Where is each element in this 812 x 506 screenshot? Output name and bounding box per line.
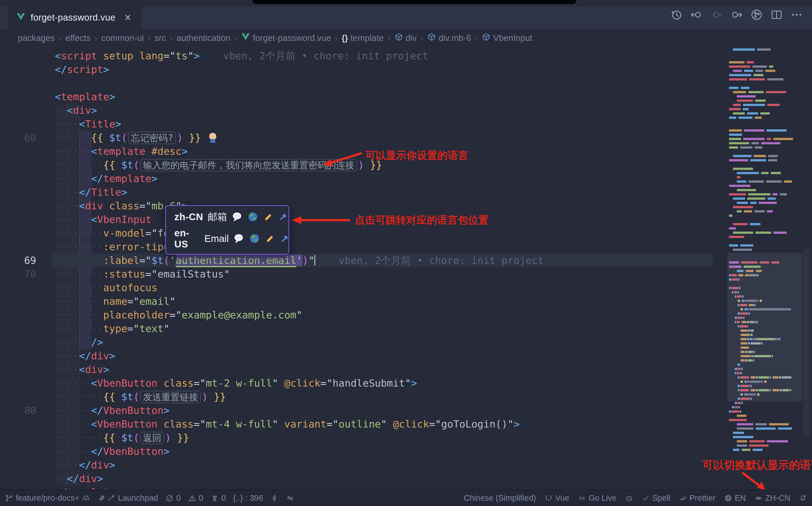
code-line-58[interactable]: ··<div> xyxy=(0,103,727,117)
status-bar: feature/pro-docs+Launchpad000{..} : 396 … xyxy=(0,490,812,506)
minimap[interactable] xyxy=(727,47,802,489)
jump-to-language-pack-icon[interactable]: ↗ xyxy=(281,233,289,244)
locale-label: en-US xyxy=(174,227,200,250)
statusbar-ports[interactable]: 0 xyxy=(211,494,226,503)
code-line-84[interactable]: ····</div> xyxy=(0,458,727,472)
pencil-emoji-icon[interactable] xyxy=(265,233,276,244)
i18n-hover-popup: zh-CN邮箱↗en-USEmail↗ xyxy=(165,205,289,255)
facepalm-emoji xyxy=(207,132,219,143)
statusbar-prettier[interactable]: Prettier xyxy=(679,494,715,503)
code-line-74[interactable]: ········type="text" xyxy=(0,322,727,335)
statusbar-spell[interactable]: Spell xyxy=(642,494,671,503)
vertical-scrollbar[interactable] xyxy=(803,249,810,435)
code-text: ······</VbenButton> xyxy=(55,404,169,417)
code-line-80[interactable]: 80······</VbenButton> xyxy=(0,404,727,417)
speech-balloon-icon[interactable] xyxy=(233,233,244,244)
code-text: ····</div> xyxy=(55,458,115,472)
code-text: ········v-model="for xyxy=(55,226,176,240)
statusbar-git-branch[interactable]: feature/pro-docs+ xyxy=(5,494,90,503)
previous-change-button[interactable] xyxy=(690,8,703,21)
code-text: ········:label="$t('authentication.email… xyxy=(55,254,544,267)
split-editor-button[interactable] xyxy=(770,8,783,21)
code-line-54[interactable]: <script setup lang="ts">vben, 2个月前 • cho… xyxy=(0,49,727,63)
code-line-85[interactable]: ··</div> xyxy=(0,472,727,485)
more-actions-button[interactable] xyxy=(790,8,803,21)
code-line-64[interactable]: ····</Title> xyxy=(0,185,727,199)
code-line-68[interactable]: ········:error-tip=" xyxy=(0,240,727,254)
code-line-61[interactable]: ······<template #desc> xyxy=(0,145,727,158)
code-line-81[interactable]: ······<VbenButton class="mt-4 w-full" va… xyxy=(0,417,727,431)
i18n-inline-hint[interactable]: 发送重置链接 xyxy=(140,391,201,403)
i18n-key-highlight[interactable]: authentication.email xyxy=(176,255,296,267)
code-line-57[interactable]: <template> xyxy=(0,90,727,103)
code-line-62[interactable]: ········{{ $t(输入您的电子邮件，我们将向您发送重置密码的连接) }… xyxy=(0,158,727,172)
code-line-76[interactable]: ····</div> xyxy=(0,349,727,363)
camera-notch xyxy=(252,0,576,4)
current-change-button xyxy=(710,8,723,21)
statusbar-go-live[interactable]: Go Live xyxy=(578,494,616,503)
code-line-73[interactable]: ········placeholder="example@example.com… xyxy=(0,308,727,322)
jump-to-language-pack-icon[interactable]: ↗ xyxy=(279,211,287,223)
code-line-78[interactable]: ······<VbenButton class="mt-2 w-full" @c… xyxy=(0,376,727,390)
git-branch-icon xyxy=(5,494,13,502)
code-line-77[interactable]: ····<div> xyxy=(0,363,727,376)
code-text: ····</div> xyxy=(55,349,115,363)
statusbar-notifications[interactable] xyxy=(799,494,807,502)
globe-emoji-icon[interactable] xyxy=(247,211,259,223)
code-text: <script setup lang="ts">vben, 2个月前 • cho… xyxy=(55,49,428,63)
code-line-71[interactable]: ········autofocus xyxy=(0,281,727,294)
i18n-inline-hint[interactable]: 输入您的电子邮件，我们将向您发送重置密码的连接 xyxy=(140,159,357,171)
code-line-56[interactable] xyxy=(0,76,727,90)
code-text: ······{{ $t(忘记密码?) }} xyxy=(55,131,219,145)
annotation-jump-language-pack: 点击可跳转对应的语言包位置 xyxy=(355,213,489,227)
next-change-button[interactable] xyxy=(730,8,743,21)
code-line-65[interactable]: ····<div class="mb-6"> xyxy=(0,199,727,213)
i18n-inline-hint[interactable]: 忘记密码? xyxy=(128,132,176,144)
code-line-75[interactable]: ······/> xyxy=(0,335,727,349)
statusbar-display-language[interactable]: EN xyxy=(724,494,746,503)
translation-value: 邮箱 xyxy=(208,210,227,224)
code-text: ······</template> xyxy=(55,172,157,185)
code-text: ······</VbenButton> xyxy=(55,444,169,458)
code-line-82[interactable]: ········{{ $t(返回) }} xyxy=(0,431,727,444)
code-line-79[interactable]: ········{{ $t(发送重置链接) }} xyxy=(0,390,727,404)
code-line-72[interactable]: ········name="email" xyxy=(0,294,727,308)
statusbar-vue-language-server[interactable]: Vue xyxy=(544,494,570,503)
code-line-69[interactable]: 69········:label="$t('authentication.ema… xyxy=(0,254,727,267)
code-line-59[interactable]: ····<Title> xyxy=(0,117,727,131)
statusbar-encoding-language[interactable]: Chinese (Simplified) xyxy=(464,494,536,503)
code-text: ······<VbenButton class="mt-4 w-full" va… xyxy=(55,417,520,431)
code-line-67[interactable]: ········v-model="for xyxy=(0,226,727,240)
i18n-inline-hint[interactable]: 返回 xyxy=(140,432,164,444)
statusbar-i18n-preview-locale[interactable]: ZH-CN xyxy=(754,494,790,503)
statusbar-zap[interactable] xyxy=(271,494,279,502)
vscode-window: forget-password.vue × packages›effects›c… xyxy=(0,0,812,506)
code-line-55[interactable]: </script> xyxy=(0,63,727,76)
statusbar-i18n-keys[interactable]: {..} : 396 xyxy=(233,494,263,503)
launch-icon xyxy=(107,494,116,502)
code-line-83[interactable]: ······</VbenButton> xyxy=(0,444,727,458)
broadcast-icon xyxy=(578,494,586,502)
source-control-graph-button[interactable] xyxy=(750,8,763,21)
code-text: ········{{ $t(输入您的电子邮件，我们将向您发送重置密码的连接) }… xyxy=(55,158,382,172)
globe-emoji-icon[interactable] xyxy=(249,233,260,244)
code-line-60[interactable]: 60······{{ $t(忘记密码?) }} xyxy=(0,131,727,145)
bell-dot-icon xyxy=(799,494,807,502)
statusbar-launchpad[interactable]: Launchpad xyxy=(97,494,158,503)
code-text: ······<VbenInput xyxy=(55,213,151,226)
statusbar-screen-reader-off[interactable] xyxy=(286,494,294,502)
copilot-icon xyxy=(625,494,633,502)
warning-icon xyxy=(188,494,196,502)
statusbar-copilot[interactable] xyxy=(625,494,633,502)
timeline-history-button[interactable] xyxy=(670,8,683,21)
code-line-70[interactable]: 70········:status="emailStatus" xyxy=(0,267,727,281)
text-cursor xyxy=(314,255,315,265)
code-editor[interactable]: <script setup lang="ts">vben, 2个月前 • cho… xyxy=(0,0,812,506)
code-text: ··</div> xyxy=(55,472,103,485)
statusbar-errors[interactable]: 0 xyxy=(165,494,181,503)
statusbar-warnings[interactable]: 0 xyxy=(188,494,203,503)
code-line-63[interactable]: ······</template> xyxy=(0,172,727,185)
pencil-emoji-icon[interactable] xyxy=(263,211,274,223)
code-text: ········{{ $t(返回) }} xyxy=(55,431,189,445)
speech-balloon-icon[interactable] xyxy=(232,211,243,223)
